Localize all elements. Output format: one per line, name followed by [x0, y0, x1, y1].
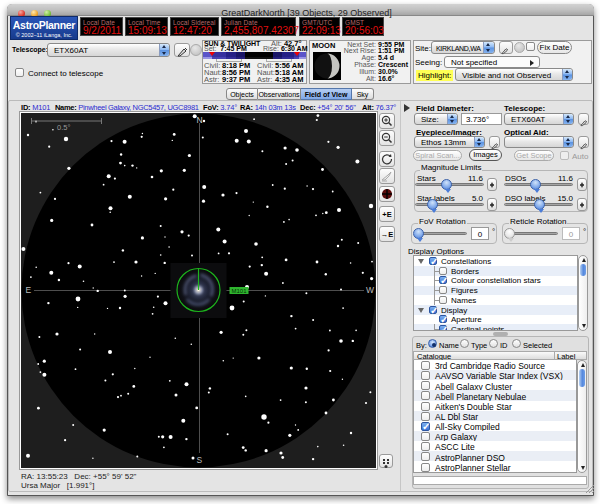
svg-text:0.5°: 0.5°: [57, 123, 70, 132]
svg-text:S: S: [197, 455, 203, 465]
svg-text:M101: M101: [232, 288, 248, 294]
svg-text:W: W: [366, 285, 374, 295]
svg-text:N: N: [197, 115, 203, 125]
svg-text:E: E: [26, 285, 32, 295]
